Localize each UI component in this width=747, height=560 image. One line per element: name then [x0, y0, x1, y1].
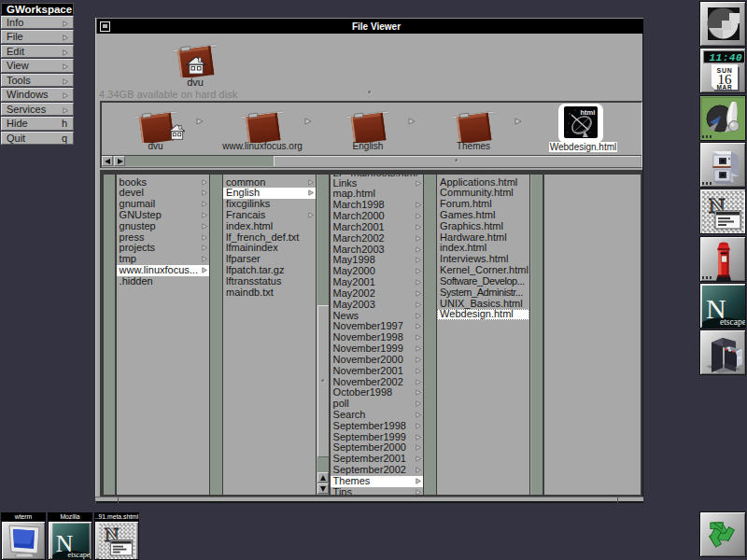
svg-text:html: html: [581, 108, 596, 117]
svg-text:etscape: etscape: [720, 317, 746, 327]
svg-text:MAR: MAR: [716, 84, 732, 91]
svg-text:11:40: 11:40: [709, 52, 742, 63]
svg-text:etscape: etscape: [68, 551, 91, 559]
